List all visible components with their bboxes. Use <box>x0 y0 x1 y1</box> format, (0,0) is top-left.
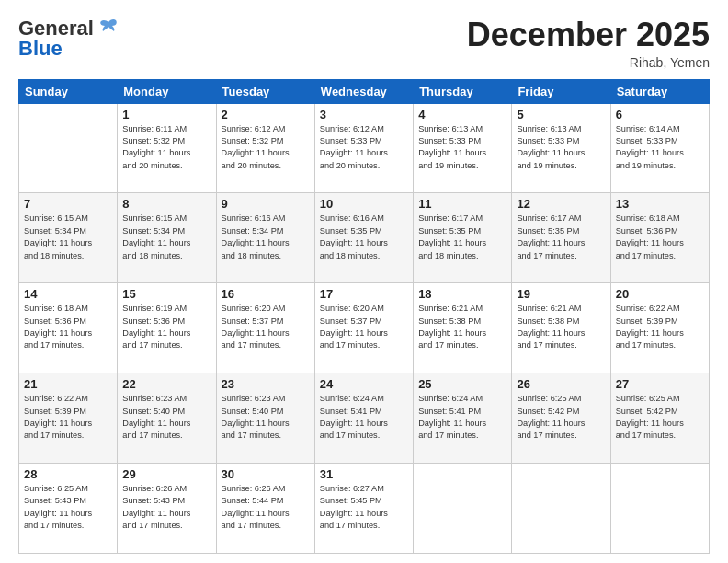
day-info: Sunrise: 6:20 AM Sunset: 5:37 PM Dayligh… <box>320 303 408 351</box>
day-info: Sunrise: 6:24 AM Sunset: 5:41 PM Dayligh… <box>418 393 506 442</box>
day-info: Sunrise: 6:19 AM Sunset: 5:36 PM Dayligh… <box>122 303 210 351</box>
day-number: 3 <box>320 108 408 121</box>
table-row: 15Sunrise: 6:19 AM Sunset: 5:36 PM Dayli… <box>118 283 216 373</box>
day-number: 5 <box>517 108 605 121</box>
table-row: 22Sunrise: 6:23 AM Sunset: 5:40 PM Dayli… <box>118 373 216 464</box>
calendar-week-row: 7Sunrise: 6:15 AM Sunset: 5:34 PM Daylig… <box>19 193 710 283</box>
day-number: 4 <box>418 108 506 121</box>
table-row: 16Sunrise: 6:20 AM Sunset: 5:37 PM Dayli… <box>216 283 314 373</box>
table-row: 2Sunrise: 6:12 AM Sunset: 5:32 PM Daylig… <box>216 103 314 193</box>
day-number: 30 <box>222 467 310 481</box>
day-number: 17 <box>320 287 408 301</box>
col-sunday: Sunday <box>19 79 118 103</box>
day-info: Sunrise: 6:22 AM Sunset: 5:39 PM Dayligh… <box>24 393 112 442</box>
day-info: Sunrise: 6:17 AM Sunset: 5:35 PM Dayligh… <box>418 213 506 261</box>
table-row: 1Sunrise: 6:11 AM Sunset: 5:32 PM Daylig… <box>118 103 216 193</box>
day-number: 19 <box>517 287 605 301</box>
table-row: 11Sunrise: 6:17 AM Sunset: 5:35 PM Dayli… <box>414 193 512 283</box>
day-info: Sunrise: 6:23 AM Sunset: 5:40 PM Dayligh… <box>222 393 310 442</box>
table-row: 26Sunrise: 6:25 AM Sunset: 5:42 PM Dayli… <box>512 373 610 464</box>
day-info: Sunrise: 6:21 AM Sunset: 5:38 PM Dayligh… <box>517 303 605 351</box>
day-info: Sunrise: 6:25 AM Sunset: 5:43 PM Dayligh… <box>24 483 112 532</box>
day-number: 13 <box>616 197 704 211</box>
col-friday: Friday <box>512 79 610 103</box>
day-number: 14 <box>24 287 112 301</box>
day-number: 23 <box>222 377 310 391</box>
col-saturday: Saturday <box>610 79 709 103</box>
calendar-week-row: 28Sunrise: 6:25 AM Sunset: 5:43 PM Dayli… <box>19 464 710 554</box>
day-info: Sunrise: 6:20 AM Sunset: 5:37 PM Dayligh… <box>222 303 310 351</box>
table-row: 10Sunrise: 6:16 AM Sunset: 5:35 PM Dayli… <box>314 193 413 283</box>
table-row: 18Sunrise: 6:21 AM Sunset: 5:38 PM Dayli… <box>414 283 512 373</box>
day-info: Sunrise: 6:25 AM Sunset: 5:42 PM Dayligh… <box>616 393 704 442</box>
day-number: 15 <box>122 287 210 301</box>
day-number: 22 <box>122 377 210 391</box>
table-row <box>610 464 709 554</box>
day-number: 6 <box>616 108 704 121</box>
table-row <box>414 464 512 554</box>
table-row: 28Sunrise: 6:25 AM Sunset: 5:43 PM Dayli… <box>19 464 118 554</box>
day-info: Sunrise: 6:25 AM Sunset: 5:42 PM Dayligh… <box>517 393 605 442</box>
table-row: 23Sunrise: 6:23 AM Sunset: 5:40 PM Dayli… <box>216 373 314 464</box>
col-thursday: Thursday <box>414 79 512 103</box>
day-info: Sunrise: 6:13 AM Sunset: 5:33 PM Dayligh… <box>517 123 605 172</box>
day-info: Sunrise: 6:12 AM Sunset: 5:32 PM Dayligh… <box>222 123 310 172</box>
day-info: Sunrise: 6:18 AM Sunset: 5:36 PM Dayligh… <box>24 303 112 351</box>
day-info: Sunrise: 6:26 AM Sunset: 5:44 PM Dayligh… <box>222 483 310 532</box>
day-number: 27 <box>616 377 704 391</box>
logo-bird-icon <box>97 18 119 37</box>
table-row: 6Sunrise: 6:14 AM Sunset: 5:33 PM Daylig… <box>610 103 709 193</box>
table-row: 29Sunrise: 6:26 AM Sunset: 5:43 PM Dayli… <box>118 464 216 554</box>
day-info: Sunrise: 6:17 AM Sunset: 5:35 PM Dayligh… <box>517 213 605 261</box>
table-row: 27Sunrise: 6:25 AM Sunset: 5:42 PM Dayli… <box>610 373 709 464</box>
table-row: 13Sunrise: 6:18 AM Sunset: 5:36 PM Dayli… <box>610 193 709 283</box>
day-info: Sunrise: 6:16 AM Sunset: 5:34 PM Dayligh… <box>222 213 310 261</box>
table-row: 24Sunrise: 6:24 AM Sunset: 5:41 PM Dayli… <box>314 373 413 464</box>
day-number: 21 <box>24 377 112 391</box>
col-wednesday: Wednesday <box>314 79 413 103</box>
day-number: 18 <box>418 287 506 301</box>
table-row: 31Sunrise: 6:27 AM Sunset: 5:45 PM Dayli… <box>314 464 413 554</box>
table-row: 8Sunrise: 6:15 AM Sunset: 5:34 PM Daylig… <box>118 193 216 283</box>
day-info: Sunrise: 6:15 AM Sunset: 5:34 PM Dayligh… <box>122 213 210 261</box>
table-row: 9Sunrise: 6:16 AM Sunset: 5:34 PM Daylig… <box>216 193 314 283</box>
table-row <box>512 464 610 554</box>
col-tuesday: Tuesday <box>216 79 314 103</box>
day-number: 25 <box>418 377 506 391</box>
day-info: Sunrise: 6:26 AM Sunset: 5:43 PM Dayligh… <box>122 483 210 532</box>
page: General Blue December 2025 Rihab, Yemen … <box>0 0 728 563</box>
table-row: 17Sunrise: 6:20 AM Sunset: 5:37 PM Dayli… <box>314 283 413 373</box>
table-row: 21Sunrise: 6:22 AM Sunset: 5:39 PM Dayli… <box>19 373 118 464</box>
day-number: 24 <box>320 377 408 391</box>
day-number: 1 <box>122 108 210 121</box>
day-number: 2 <box>222 108 310 121</box>
day-number: 20 <box>616 287 704 301</box>
logo-blue: Blue <box>18 37 63 61</box>
day-number: 31 <box>320 467 408 481</box>
table-row: 30Sunrise: 6:26 AM Sunset: 5:44 PM Dayli… <box>216 464 314 554</box>
day-info: Sunrise: 6:23 AM Sunset: 5:40 PM Dayligh… <box>122 393 210 442</box>
day-number: 10 <box>320 197 408 211</box>
table-row: 14Sunrise: 6:18 AM Sunset: 5:36 PM Dayli… <box>19 283 118 373</box>
table-row: 3Sunrise: 6:12 AM Sunset: 5:33 PM Daylig… <box>314 103 413 193</box>
day-info: Sunrise: 6:21 AM Sunset: 5:38 PM Dayligh… <box>418 303 506 351</box>
table-row: 25Sunrise: 6:24 AM Sunset: 5:41 PM Dayli… <box>414 373 512 464</box>
day-number: 9 <box>222 197 310 211</box>
calendar-week-row: 21Sunrise: 6:22 AM Sunset: 5:39 PM Dayli… <box>19 373 710 464</box>
title-section: December 2025 Rihab, Yemen <box>467 17 710 70</box>
day-info: Sunrise: 6:27 AM Sunset: 5:45 PM Dayligh… <box>320 483 408 532</box>
table-row: 20Sunrise: 6:22 AM Sunset: 5:39 PM Dayli… <box>610 283 709 373</box>
calendar-week-row: 14Sunrise: 6:18 AM Sunset: 5:36 PM Dayli… <box>19 283 710 373</box>
day-number: 11 <box>418 197 506 211</box>
table-row <box>19 103 118 193</box>
day-info: Sunrise: 6:13 AM Sunset: 5:33 PM Dayligh… <box>418 123 506 172</box>
col-monday: Monday <box>118 79 216 103</box>
day-info: Sunrise: 6:22 AM Sunset: 5:39 PM Dayligh… <box>616 303 704 351</box>
location: Rihab, Yemen <box>467 55 710 70</box>
logo: General Blue <box>18 17 119 61</box>
day-number: 26 <box>517 377 605 391</box>
day-number: 12 <box>517 197 605 211</box>
day-number: 29 <box>122 467 210 481</box>
day-number: 28 <box>24 467 112 481</box>
day-info: Sunrise: 6:14 AM Sunset: 5:33 PM Dayligh… <box>616 123 704 172</box>
